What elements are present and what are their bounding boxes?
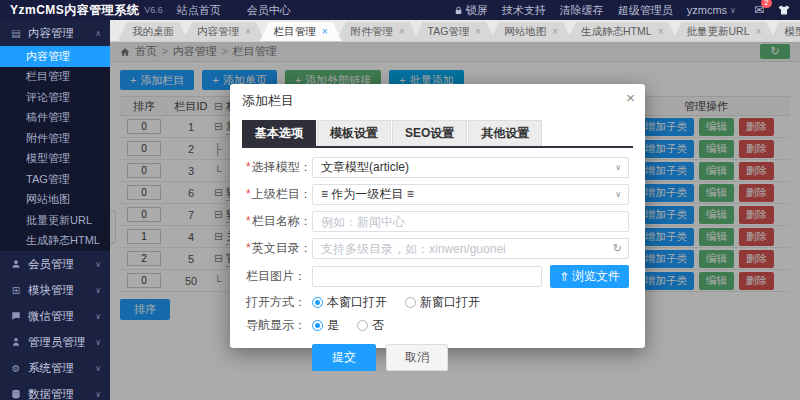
radio-icon	[357, 320, 368, 331]
member-center-link[interactable]: 会员中心	[247, 3, 291, 18]
sidebar-item-category[interactable]: 栏目管理	[0, 67, 110, 88]
sidebar-item-content[interactable]: 内容管理	[0, 46, 110, 67]
chevron-down-icon: ∨	[95, 260, 101, 269]
modal-tabs: 基本选项 模板设置 SEO设置 其他设置	[242, 120, 633, 148]
tab-template-settings[interactable]: 模板设置	[317, 120, 391, 146]
radio-icon	[405, 297, 416, 308]
sidebar-item-comment[interactable]: 评论管理	[0, 87, 110, 108]
tab-my-desktop[interactable]: 我的桌面	[118, 22, 188, 41]
radio-icon	[312, 320, 323, 331]
submit-button[interactable]: 提交	[312, 344, 376, 371]
close-icon[interactable]: ×	[552, 26, 558, 37]
tshirt-icon	[778, 4, 790, 16]
close-icon[interactable]: ×	[322, 26, 328, 37]
sidebar-item-attachment[interactable]: 附件管理	[0, 128, 110, 149]
topbar: YzmCMS内容管理系统 V6.6 站点首页 会员中心 锁屏 技术支持 清除缓存…	[0, 0, 800, 20]
category-image-input[interactable]	[312, 266, 542, 287]
radio-nav-yes[interactable]: 是	[312, 317, 339, 334]
person-icon	[9, 259, 23, 269]
nav-label: 导航显示：	[246, 318, 306, 332]
site-home-link[interactable]: 站点首页	[177, 3, 221, 18]
messages-button[interactable]: ✉ 2	[754, 3, 764, 17]
dir-label: 英文目录：	[252, 241, 312, 255]
browse-file-button[interactable]: ⇑ 浏览文件	[550, 265, 629, 288]
refresh-icon[interactable]: ↻	[613, 242, 622, 255]
close-icon[interactable]: ×	[475, 26, 481, 37]
sidebar-group-content[interactable]: ▤ 内容管理 ∧	[0, 20, 110, 46]
clear-cache-button[interactable]: 清除缓存	[560, 3, 604, 18]
message-count-badge: 2	[761, 0, 772, 8]
radio-open-self[interactable]: 本窗口打开	[312, 294, 387, 311]
radio-icon	[312, 297, 323, 308]
sidebar: ▤ 内容管理 ∧ 内容管理 栏目管理 评论管理 稿件管理 附件管理 模型管理 T…	[0, 20, 110, 400]
sidebar-group-admin[interactable]: 管理员管理 ∨	[0, 329, 110, 355]
gear-icon: ⚙	[9, 363, 23, 374]
sidebar-group-data[interactable]: 数据管理 ∨	[0, 381, 110, 400]
sidebar-group-member[interactable]: 会员管理 ∨	[0, 251, 110, 277]
brand: YzmCMS内容管理系统	[10, 2, 139, 19]
sidebar-item-static-html[interactable]: 生成静态HTML	[0, 231, 110, 252]
chevron-down-icon: ∨	[95, 312, 101, 321]
image-label: 栏目图片：	[246, 269, 306, 283]
tab-static-html[interactable]: 生成静态HTML×	[567, 22, 677, 41]
target-label: 打开方式：	[246, 295, 306, 309]
user-menu[interactable]: yzmcms ∨	[687, 4, 736, 16]
tab-model-manage[interactable]: 模型管理×	[770, 22, 800, 41]
chat-icon	[9, 311, 23, 321]
sidebar-item-sitemap[interactable]: 网站地图	[0, 190, 110, 211]
chevron-down-icon: ∨	[95, 286, 101, 295]
role-label: 超级管理员	[618, 3, 673, 18]
chevron-down-icon: ∨	[95, 390, 101, 399]
radio-open-new[interactable]: 新窗口打开	[405, 294, 480, 311]
chevron-down-icon: ∨	[95, 338, 101, 347]
person-icon	[9, 337, 23, 347]
chevron-down-icon: ∨	[730, 6, 736, 15]
english-dir-input[interactable]	[312, 238, 629, 259]
tab-sitemap[interactable]: 网站地图×	[490, 22, 572, 41]
radio-nav-no[interactable]: 否	[357, 317, 384, 334]
tab-basic-options[interactable]: 基本选项	[242, 120, 316, 146]
window-tabbar: 我的桌面 内容管理× 栏目管理× 附件管理× TAG管理× 网站地图× 生成静态…	[110, 20, 800, 42]
sidebar-group-system[interactable]: ⚙ 系统管理 ∨	[0, 355, 110, 381]
name-label: 栏目名称：	[252, 214, 312, 228]
category-name-input[interactable]	[312, 211, 629, 232]
modal-title: 添加栏目	[242, 93, 294, 108]
lock-screen-button[interactable]: 锁屏	[454, 3, 488, 18]
content-icon: ▤	[9, 28, 23, 39]
tech-support-link[interactable]: 技术支持	[502, 3, 546, 18]
tab-content-manage[interactable]: 内容管理×	[183, 22, 265, 41]
close-icon[interactable]: ×	[626, 90, 635, 105]
theme-skin-button[interactable]	[778, 4, 790, 16]
close-icon[interactable]: ×	[658, 26, 664, 37]
tab-category-manage[interactable]: 栏目管理×	[260, 22, 342, 41]
model-label: 选择模型：	[252, 160, 312, 174]
lock-icon	[454, 6, 463, 15]
tab-tag-manage[interactable]: TAG管理×	[414, 22, 496, 41]
database-icon	[9, 389, 23, 399]
tab-attachment-manage[interactable]: 附件管理×	[337, 22, 419, 41]
version-label: V6.6	[144, 5, 163, 15]
sidebar-item-draft[interactable]: 稿件管理	[0, 108, 110, 129]
chevron-down-icon: ∨	[95, 364, 101, 373]
cancel-button[interactable]: 取消	[386, 344, 448, 371]
parent-label: 上级栏目：	[252, 187, 312, 201]
parent-category-select[interactable]: ≡ 作为一级栏目 ≡	[312, 184, 629, 205]
grid-icon: ⊞	[9, 285, 23, 296]
close-icon[interactable]: ×	[245, 26, 251, 37]
upload-icon: ⇑	[559, 270, 569, 284]
sidebar-item-model[interactable]: 模型管理	[0, 149, 110, 170]
model-select[interactable]: 文章模型(article)	[312, 157, 629, 178]
sidebar-item-batch-url[interactable]: 批量更新URL	[0, 210, 110, 231]
sidebar-item-tag[interactable]: TAG管理	[0, 169, 110, 190]
chevron-up-icon: ∧	[95, 29, 101, 38]
tab-batch-url[interactable]: 批量更新URL×	[672, 22, 775, 41]
sidebar-group-wechat[interactable]: 微信管理 ∨	[0, 303, 110, 329]
tab-other-settings[interactable]: 其他设置	[468, 120, 542, 146]
sidebar-submenu: 内容管理 栏目管理 评论管理 稿件管理 附件管理 模型管理 TAG管理 网站地图…	[0, 46, 110, 251]
tab-seo-settings[interactable]: SEO设置	[392, 120, 467, 146]
add-category-modal: 添加栏目 × 基本选项 模板设置 SEO设置 其他设置 *选择模型： 文章模型(…	[230, 84, 645, 348]
sidebar-group-module[interactable]: ⊞ 模块管理 ∨	[0, 277, 110, 303]
close-icon[interactable]: ×	[399, 26, 405, 37]
close-icon[interactable]: ×	[755, 26, 761, 37]
